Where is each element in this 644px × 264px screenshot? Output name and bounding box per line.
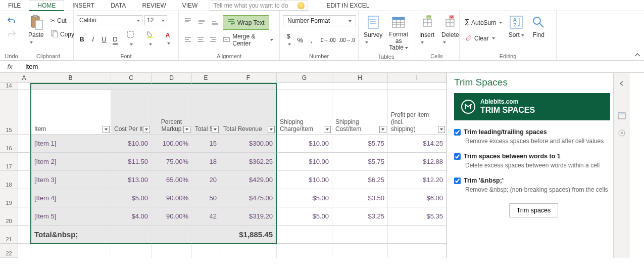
filter-button[interactable]: [103, 126, 110, 133]
cell-revenue[interactable]: $429.00: [220, 171, 277, 189]
cell[interactable]: [111, 226, 152, 244]
cell[interactable]: [18, 135, 30, 153]
bold-button[interactable]: B: [77, 34, 87, 44]
cell-cost[interactable]: $4.00: [111, 207, 152, 226]
data-tab[interactable]: DATA: [103, 1, 134, 10]
filter-button[interactable]: [268, 126, 275, 133]
cell-ship-charge[interactable]: $10.00: [277, 171, 332, 189]
fill-color-button[interactable]: [141, 29, 160, 49]
cell[interactable]: [18, 244, 30, 258]
row-header-22[interactable]: 22: [0, 244, 18, 258]
cell-total-revenue[interactable]: $1,885.45: [220, 226, 277, 244]
cell-sold[interactable]: 20: [192, 171, 220, 189]
number-format-select[interactable]: Number Format: [283, 15, 356, 26]
cell-profit[interactable]: $12.20: [388, 171, 447, 189]
review-tab[interactable]: REVIEW: [134, 1, 174, 10]
copy-button[interactable]: Copy: [48, 28, 76, 40]
cell[interactable]: [18, 90, 30, 135]
cell[interactable]: [388, 226, 447, 244]
cell-item[interactable]: [Item 5]: [30, 207, 111, 226]
option-checkbox[interactable]: [454, 153, 461, 160]
font-color-button[interactable]: A: [160, 30, 175, 48]
cell[interactable]: [152, 83, 192, 90]
cell-revenue[interactable]: $319.20: [220, 207, 277, 226]
cell[interactable]: [220, 83, 277, 90]
row-header-14[interactable]: 14: [0, 83, 18, 90]
cell[interactable]: [18, 153, 30, 171]
cell-ship-cost[interactable]: $3.50: [332, 189, 388, 207]
col-header-C[interactable]: C: [111, 73, 152, 83]
cell[interactable]: [18, 207, 30, 226]
edit-in-excel-link[interactable]: EDIT IN EXCEL: [318, 1, 377, 10]
cell-sold[interactable]: 42: [192, 207, 220, 226]
delete-button[interactable]: Delete: [439, 13, 461, 52]
cell-item[interactable]: [Item 3]: [30, 171, 111, 189]
align-left-button[interactable]: [182, 34, 193, 46]
cell[interactable]: [18, 83, 30, 90]
trim-spaces-button[interactable]: Trim spaces: [509, 203, 559, 217]
cell-ship-cost[interactable]: $5.75: [332, 135, 388, 153]
cell[interactable]: [277, 226, 332, 244]
col-header-F[interactable]: F: [220, 73, 277, 83]
insert-button[interactable]: + Insert: [417, 13, 437, 52]
cell-ship-cost[interactable]: $3.25: [332, 207, 388, 226]
cell-ship-cost[interactable]: $6.25: [332, 171, 388, 189]
percent-button[interactable]: %: [295, 35, 305, 45]
rail-app-icon[interactable]: [616, 110, 627, 121]
th-revenue[interactable]: Total Revenue: [220, 90, 277, 135]
undo-icon[interactable]: [8, 16, 16, 26]
spreadsheet-grid[interactable]: A B C D E F G H I 14: [0, 73, 447, 258]
cell-cost[interactable]: $5.00: [111, 189, 152, 207]
cell[interactable]: [220, 244, 277, 258]
th-cost[interactable]: Cost Per Item: [111, 90, 152, 135]
insert-tab[interactable]: INSERT: [64, 1, 103, 10]
cell-profit[interactable]: $14.25: [388, 135, 447, 153]
select-all-corner[interactable]: [0, 73, 18, 83]
paste-button[interactable]: Paste: [26, 13, 46, 52]
filter-button[interactable]: [324, 126, 331, 133]
filter-button[interactable]: [143, 126, 150, 133]
col-header-D[interactable]: D: [152, 73, 192, 83]
th-profit[interactable]: Profit per Item (incl.shipping): [388, 90, 447, 135]
cell[interactable]: [332, 244, 388, 258]
format-as-table-button[interactable]: Formatas Table: [386, 13, 411, 53]
cell-item[interactable]: [Item 4]: [30, 189, 111, 207]
expand-rail-button[interactable]: [616, 78, 627, 89]
cell-cost[interactable]: $11.50: [111, 153, 152, 171]
cell[interactable]: [18, 189, 30, 207]
col-header-A[interactable]: A: [18, 73, 30, 83]
cell[interactable]: [152, 226, 192, 244]
cell-sold[interactable]: 18: [192, 153, 220, 171]
cell-ship-charge[interactable]: $10.00: [277, 153, 332, 171]
cell[interactable]: [192, 83, 220, 90]
cell-item[interactable]: [Item 2]: [30, 153, 111, 171]
filter-button[interactable]: [379, 126, 386, 133]
cell[interactable]: [18, 226, 30, 244]
cell[interactable]: [111, 244, 152, 258]
cell[interactable]: [388, 244, 447, 258]
row-header[interactable]: 20: [0, 207, 18, 226]
fx-label[interactable]: fx: [0, 62, 20, 71]
cut-button[interactable]: ✂ Cut: [48, 16, 76, 25]
survey-button[interactable]: Survey: [362, 13, 384, 53]
row-header[interactable]: 17: [0, 153, 18, 171]
cell[interactable]: [277, 244, 332, 258]
cell-sold[interactable]: 50: [192, 189, 220, 207]
clear-button[interactable]: Clear: [463, 32, 504, 44]
cell[interactable]: [111, 83, 152, 90]
cell[interactable]: [30, 83, 111, 90]
cell-ship-charge[interactable]: $5.00: [277, 207, 332, 226]
merge-center-button[interactable]: Merge & Center: [219, 32, 276, 48]
cell-ship-charge[interactable]: $5.00: [277, 189, 332, 207]
cell[interactable]: [332, 226, 388, 244]
italic-button[interactable]: I: [88, 34, 98, 44]
view-tab[interactable]: VIEW: [174, 1, 206, 10]
col-header-B[interactable]: B: [30, 73, 111, 83]
col-header-H[interactable]: H: [332, 73, 388, 83]
cell-sold[interactable]: 15: [192, 135, 220, 153]
cell-ship-cost[interactable]: $5.75: [332, 153, 388, 171]
align-right-button[interactable]: [207, 34, 218, 46]
redo-icon[interactable]: [8, 30, 16, 39]
align-top-button[interactable]: [182, 17, 194, 28]
cell-markup[interactable]: 90.00%: [152, 189, 192, 207]
